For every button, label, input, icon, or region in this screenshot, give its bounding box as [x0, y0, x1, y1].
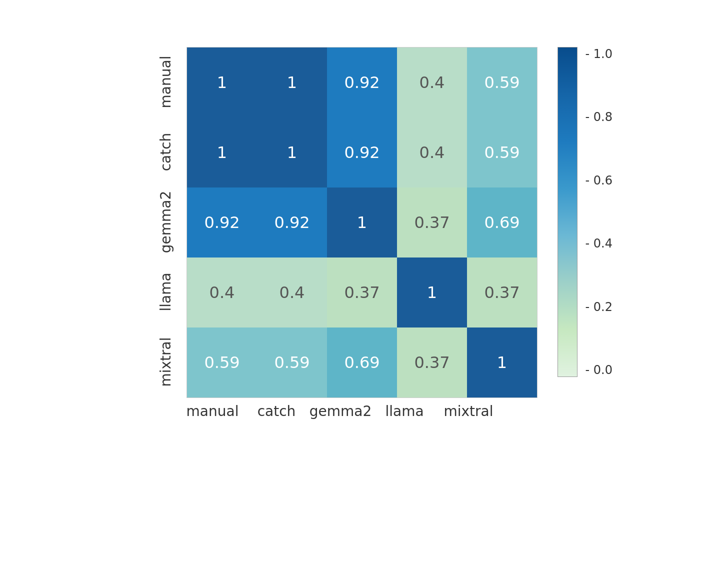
colorbar-ticks: - 1.0- 0.8- 0.6- 0.4- 0.2- 0.0: [586, 47, 612, 377]
heatmap-cell: 0.92: [257, 188, 327, 258]
colorbar-tick-label: - 0.6: [586, 174, 612, 188]
colorbar-container: - 1.0- 0.8- 0.6- 0.4- 0.2- 0.0: [558, 47, 578, 397]
heatmap-cell: 0.92: [327, 48, 397, 118]
heatmap-with-axes: manualcatchgemma2llamamixtral 110.920.40…: [150, 47, 538, 420]
x-axis-labels: manualcatchgemma2llamamixtral: [150, 403, 500, 420]
heatmap-cell: 1: [327, 188, 397, 258]
heatmap-cell: 0.37: [467, 258, 537, 328]
heatmap-cell: 0.37: [397, 328, 467, 398]
chart-body: manualcatchgemma2llamamixtral 110.920.40…: [150, 47, 578, 420]
colorbar-tick-label: - 0.4: [586, 236, 612, 250]
heatmap-cell: 0.4: [257, 258, 327, 328]
x-axis-label: gemma2: [308, 403, 372, 420]
colorbar-tick-label: - 0.2: [586, 300, 612, 314]
y-axis-label: gemma2: [130, 207, 200, 237]
heatmap-cell: 1: [257, 48, 327, 118]
x-axis-label: llama: [372, 403, 436, 420]
heatmap-cell: 0.4: [397, 48, 467, 118]
colorbar-tick-label: - 0.8: [586, 110, 612, 124]
x-axis-label: manual: [180, 403, 244, 420]
x-axis-label: catch: [244, 403, 308, 420]
chart-container: manualcatchgemma2llamamixtral 110.920.40…: [89, 32, 639, 532]
heatmap-cell: 0.59: [257, 328, 327, 398]
y-axis-labels: manualcatchgemma2llamamixtral: [150, 47, 186, 397]
x-axis-label: mixtral: [436, 403, 500, 420]
heatmap-cell: 1: [257, 118, 327, 188]
colorbar-bar: [558, 47, 578, 377]
colorbar-tick-label: - 1.0: [586, 47, 612, 61]
heatmap-cell: 0.37: [327, 258, 397, 328]
colorbar-tick-label: - 0.0: [586, 363, 612, 377]
heatmap-cell: 0.92: [327, 118, 397, 188]
y-axis-label: manual: [130, 67, 200, 97]
heatmap-grid: 110.920.40.59110.920.40.590.920.9210.370…: [186, 47, 538, 398]
y-axis-label: llama: [130, 277, 200, 307]
heatmap-cell: 1: [467, 328, 537, 398]
heatmap-cell: 0.59: [467, 118, 537, 188]
heatmap-cell: 0.69: [327, 328, 397, 398]
heatmap-cell: 0.59: [467, 48, 537, 118]
y-axis-label: catch: [130, 137, 200, 167]
heatmap-cell: 0.4: [397, 118, 467, 188]
y-axis-label: mixtral: [130, 347, 200, 377]
heatmap-cell: 0.69: [467, 188, 537, 258]
heatmap-cell: 0.37: [397, 188, 467, 258]
heatmap-row-area: manualcatchgemma2llamamixtral 110.920.40…: [150, 47, 538, 398]
heatmap-cell: 1: [397, 258, 467, 328]
